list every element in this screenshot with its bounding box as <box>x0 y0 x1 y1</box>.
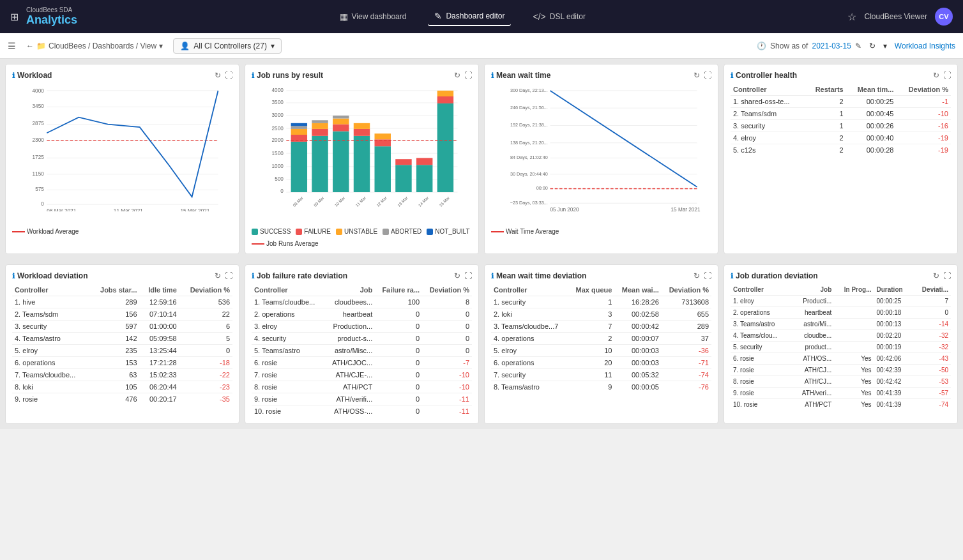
svg-text:15 Mar: 15 Mar <box>438 195 451 208</box>
mean-wait-dev-table: Controller Max queue Mean wai... Deviati… <box>491 284 711 393</box>
dropdown-icon[interactable]: ▾ <box>883 42 887 50</box>
jf-refresh-icon[interactable]: ↻ <box>454 271 460 280</box>
health-expand-icon[interactable]: ⛶ <box>943 71 951 80</box>
mwd-expand-icon[interactable]: ⛶ <box>704 271 711 280</box>
svg-text:192 Days, 21:38...: 192 Days, 21:38... <box>510 122 548 128</box>
wd-controller: 9. rosie <box>12 393 90 405</box>
wd-jobs: 142 <box>90 333 139 345</box>
workload-insights-link[interactable]: Workload Insights <box>895 42 955 50</box>
job-runs-expand-icon[interactable]: ⛶ <box>464 71 472 80</box>
job-failure-header: ℹ Job failure rate deviation ↻ ⛶ <box>252 271 472 280</box>
svg-text:4000: 4000 <box>33 88 45 94</box>
wd-idle: 06:20:44 <box>140 381 179 393</box>
jf-controller: 7. rosie <box>252 369 324 381</box>
wd-deviation: -23 <box>179 381 232 393</box>
jf-deviation: 0 <box>422 333 472 345</box>
jf-controller: 3. elroy <box>252 321 324 333</box>
jf-job: cloudbees... <box>324 296 375 308</box>
jd-inprog <box>834 330 874 342</box>
svg-text:09 Mar: 09 Mar <box>313 195 326 208</box>
th-jd-duration: Duration <box>874 284 913 296</box>
breadcrumb-dropdown-icon[interactable]: ▾ <box>159 42 163 50</box>
restarts: 1 <box>805 108 845 120</box>
restarts: 2 <box>805 132 845 144</box>
svg-text:30 Days, 20:44:40: 30 Days, 20:44:40 <box>510 171 548 177</box>
mwd-deviation: 37 <box>662 333 711 345</box>
workload-refresh-icon[interactable]: ↻ <box>215 71 221 80</box>
job-duration-title: ℹ Job duration deviation <box>731 271 818 280</box>
deviation: -16 <box>896 120 951 132</box>
view-dashboard-icon: ▦ <box>340 11 348 22</box>
mwd-deviation: -71 <box>662 357 711 369</box>
jd-inprog: Yes <box>834 365 874 376</box>
mean-time: 00:00:28 <box>846 144 897 156</box>
grid-icon[interactable]: ⊞ <box>10 11 19 23</box>
health-refresh-icon[interactable]: ↻ <box>933 71 939 80</box>
workload-title-text: Workload <box>17 71 52 80</box>
info-icon-health: ℹ <box>731 72 733 80</box>
job-runs-refresh-icon[interactable]: ↻ <box>454 71 460 80</box>
jd-expand-icon[interactable]: ⛶ <box>943 271 951 280</box>
view-dashboard-button[interactable]: ▦ View dashboard <box>333 8 413 26</box>
workload-dev-header-row: Controller Jobs star... Idle time Deviat… <box>12 284 232 296</box>
table-row: 2. Teams/sdm 156 07:10:14 22 <box>12 308 232 321</box>
table-row: 7. rosie ATH/CJ... Yes 00:42:39 -50 <box>731 365 951 376</box>
jf-job: ATH/CJOC... <box>324 357 375 369</box>
table-row: 6. operations 153 17:21:28 -18 <box>12 357 232 369</box>
info-icon-wdev: ℹ <box>12 272 15 280</box>
wdev-refresh-icon[interactable]: ↻ <box>215 271 221 280</box>
svg-rect-62 <box>437 96 453 103</box>
wdev-expand-icon[interactable]: ⛶ <box>225 271 232 280</box>
controller-filter-button[interactable]: 👤 All CI Controllers (27) ▾ <box>173 38 282 54</box>
dashboard-editor-label: Dashboard editor <box>446 11 504 20</box>
view-dashboard-label: View dashboard <box>352 12 407 21</box>
menu-icon[interactable]: ☰ <box>8 41 16 51</box>
star-icon[interactable]: ☆ <box>847 11 856 23</box>
jd-controller: 1. elroy <box>731 296 791 307</box>
table-row: 5. c12s 2 00:00:28 -19 <box>731 144 951 156</box>
dashboard-editor-button[interactable]: ✎ Dashboard editor <box>428 7 511 26</box>
jf-controller: 10. rosie <box>252 405 324 418</box>
svg-text:2300: 2300 <box>33 137 45 143</box>
th-jf-failure: Failure ra... <box>375 284 422 296</box>
failure-label: FAILURE <box>304 228 331 235</box>
jd-refresh-icon[interactable]: ↻ <box>933 271 939 280</box>
table-row: 9. rosie ATH/veri... Yes 00:41:39 -57 <box>731 388 951 399</box>
edit-date-icon[interactable]: ✎ <box>855 42 861 50</box>
mean-wait-refresh-icon[interactable]: ↻ <box>694 71 700 80</box>
th-wd-controller: Controller <box>12 284 90 296</box>
date-value[interactable]: 2021-03-15 <box>812 42 851 50</box>
mean-wait-dev-panel: ℹ Mean wait time deviation ↻ ⛶ Controlle… <box>484 264 718 424</box>
job-duration-header-row: Controller Job In Prog... Duration Devia… <box>731 284 951 296</box>
svg-text:3450: 3450 <box>33 103 45 109</box>
svg-text:05 Jun 2020: 05 Jun 2020 <box>550 207 579 211</box>
svg-text:0: 0 <box>41 201 44 207</box>
breadcrumb-text: CloudBees / Dashboards / View <box>49 42 156 50</box>
mean-wait-dev-title: ℹ Mean wait time deviation <box>491 271 586 280</box>
mwd-max: 11 <box>568 369 614 381</box>
jd-duration: 00:00:25 <box>874 296 913 307</box>
svg-text:15 Mar 2021: 15 Mar 2021 <box>671 207 701 211</box>
mwd-refresh-icon[interactable]: ↻ <box>694 271 700 280</box>
brand-main: Analytics <box>26 13 77 27</box>
mean-wait-expand-icon[interactable]: ⛶ <box>704 71 711 80</box>
workload-expand-icon[interactable]: ⛶ <box>225 71 232 80</box>
back-arrow[interactable]: ← <box>26 42 34 50</box>
wd-deviation: 0 <box>179 345 232 357</box>
th-wd-idle: Idle time <box>140 284 179 296</box>
table-row: 2. operations heartbeat 00:00:18 0 <box>731 307 951 319</box>
table-row: 1. Teams/cloudbe... cloudbees... 100 8 <box>252 296 472 308</box>
aborted-legend: ABORTED <box>383 228 421 235</box>
user-avatar[interactable]: CV <box>935 8 953 26</box>
wd-idle: 00:20:17 <box>140 393 179 405</box>
info-icon-wait: ℹ <box>491 72 494 80</box>
jd-job: ATH/veri... <box>791 388 834 399</box>
wd-deviation: 22 <box>179 308 232 321</box>
svg-rect-41 <box>291 126 307 129</box>
refresh-icon[interactable]: ↻ <box>869 42 876 50</box>
brand-sub: CloudBees SDA <box>26 6 77 13</box>
dsl-editor-button[interactable]: </> DSL editor <box>526 8 592 26</box>
mwd-deviation: 7313608 <box>662 296 711 308</box>
jf-expand-icon[interactable]: ⛶ <box>464 271 472 280</box>
controller-health-title: ℹ Controller health <box>731 71 797 80</box>
